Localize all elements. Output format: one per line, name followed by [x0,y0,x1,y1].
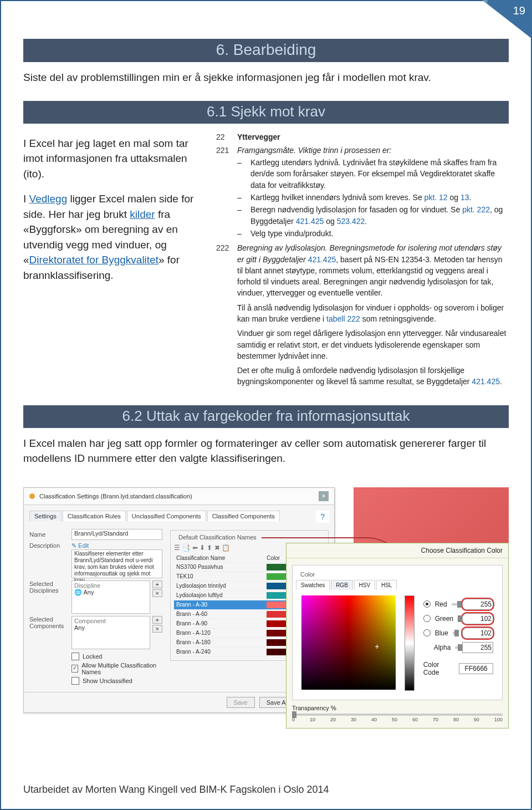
alpha-slider[interactable] [455,646,458,649]
color-gradient[interactable]: + [301,595,396,690]
selected-components-label: Selected Components [29,616,67,629]
tab-hsv[interactable]: HSV [354,580,376,590]
remove-icon[interactable]: × [152,589,162,597]
intro-paragraph: Siste del av problemstillingen min er å … [23,70,509,85]
save-button[interactable]: Save [227,697,255,708]
two-column-layout: I Excel har jeg laget en mal som tar imo… [23,131,509,390]
blue-spinner[interactable]: 102 [462,628,493,639]
dialog-titlebar: Classification Settings (Brann.lyd.stand… [24,488,334,505]
tab-classification-rules[interactable]: Classification Rules [63,511,126,521]
name-input[interactable]: Brann/Lyd/Standard [71,529,162,540]
ref-221: 221 Framgangsmåte. Viktige trinn i prose… [216,145,509,240]
crosshair-icon: + [375,642,379,651]
description-label: Description [29,542,67,549]
heading-6-1: 6.1 Sjekk mot krav [23,101,509,124]
description-input[interactable]: Klassifiserer elementer etter Brann/Lyd/… [71,549,162,578]
heading-6-2: 6.2 Uttak av fargekoder fra informasjons… [23,405,509,428]
page-footer: Utarbeidet av Morten Wang Kingell ved BI… [23,784,509,796]
ref-link[interactable]: pkt. 222 [462,205,490,214]
red-radio[interactable] [423,600,431,608]
selected-disciplines-label: Selected Disciplines [29,580,67,594]
help-icon[interactable]: ? [316,511,329,523]
dialog-title: Classification Settings (Brann.lyd.stand… [39,493,192,500]
page-number-tab: 19 [482,0,532,39]
red-spinner[interactable]: 255 [462,599,493,610]
hue-bar[interactable] [405,595,414,691]
tab-rgb[interactable]: RGB [331,580,353,590]
transparency-slider-group: Transparency % 0 10 20 30 40 50 60 70 80… [292,705,503,722]
ref-link[interactable]: pkt. 12 [424,193,448,202]
dialog-tabs: Settings Classification Rules Unclassifi… [29,511,329,521]
tab-settings[interactable]: Settings [29,511,62,521]
right-column-reference: 22 Yttervegger 221 Framgangsmåte. Viktig… [216,131,509,390]
ref-link[interactable]: 421.425 [296,217,324,226]
p-6-2: I Excel malen har jeg satt opp formler o… [23,436,509,466]
ref-link[interactable]: 421.425 [472,377,500,386]
ref-link[interactable]: tabell 222 [326,314,360,323]
show-unclassified-checkbox[interactable]: Show Unclassified [71,677,162,685]
left-p2: I Vedlegg ligger Excel malen side for si… [23,191,201,283]
locked-checkbox[interactable]: Locked [71,653,162,660]
ref-link[interactable]: 523.422 [337,217,365,226]
remove-icon[interactable]: × [152,625,162,633]
tab-classified[interactable]: Classified Components [207,511,280,521]
ref-22: 22 Yttervegger [216,131,509,142]
heading-6: 6. Bearbeiding [23,39,509,62]
tab-unclassified[interactable]: Unclassified Components [127,511,206,521]
disciplines-listbox[interactable]: Discipline 🌐 Any [71,580,150,614]
alpha-spinner[interactable]: 255 [462,642,493,653]
ref-link[interactable]: 421.425 [308,255,336,264]
ref-222: 222 Beregning av lydisolasjon. Beregning… [216,242,509,388]
page-number: 19 [513,4,525,17]
tab-hsl[interactable]: HSL [376,580,397,590]
picker-title: Choose Classification Color [287,543,508,558]
document-page: 19 6. Bearbeiding Siste del av problemst… [0,0,532,810]
close-icon[interactable]: × [319,491,329,501]
green-radio[interactable] [423,615,431,622]
left-column: I Excel har jeg laget en mal som tar imo… [23,131,201,293]
transparency-slider[interactable] [292,714,503,716]
add-icon[interactable]: + [152,580,162,588]
color-picker-dialog: Choose Classification Color Color Swatch… [286,543,509,729]
left-p1: I Excel har jeg laget en mal som tar imo… [23,136,201,182]
embedded-screenshots: Classification Settings (Brann.lyd.stand… [23,476,509,709]
blue-radio[interactable] [423,629,431,636]
app-icon [29,493,35,499]
allow-multiple-checkbox[interactable]: ✓Allow Multiple Classification Names [71,662,162,675]
green-spinner[interactable]: 102 [462,613,493,624]
link-vedlegg[interactable]: Vedlegg [29,193,68,205]
red-slider[interactable] [452,603,458,605]
name-label: Name [29,531,67,538]
color-code-input[interactable]: FF6666 [459,663,493,674]
edit-link[interactable]: ✎ Edit [71,542,162,549]
tab-swatches[interactable]: Swatches [296,580,330,590]
blue-slider[interactable] [453,632,458,634]
components-listbox[interactable]: Component Any [71,616,150,649]
link-kilder[interactable]: kilder [130,208,155,220]
add-icon[interactable]: + [152,616,162,624]
link-direktoratet[interactable]: Direktoratet for Byggkvalitet [29,254,158,266]
ref-link[interactable]: 13 [461,193,469,202]
